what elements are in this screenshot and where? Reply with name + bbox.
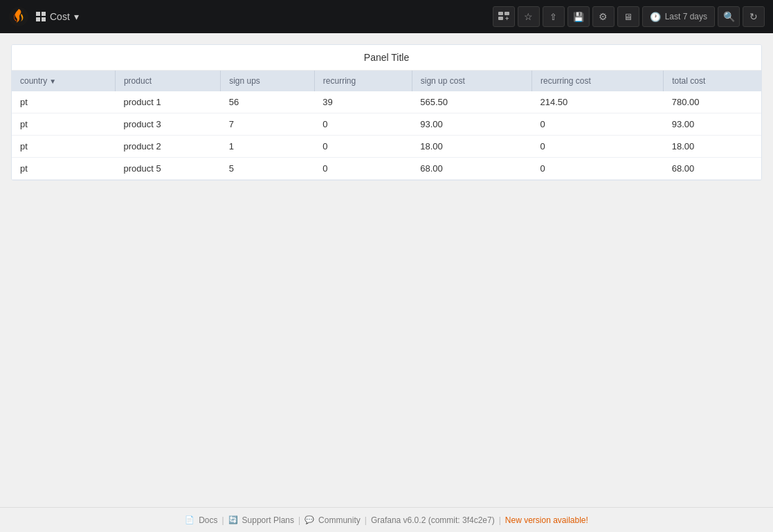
grafana-logo <box>8 6 29 27</box>
main-content: Panel Title country▼productsign upsrecur… <box>0 33 773 507</box>
community-icon: 💬 <box>304 515 314 524</box>
cell-recurring: 0 <box>314 158 412 180</box>
gear-icon: ⚙ <box>599 11 608 22</box>
cell-total_cost: 93.00 <box>664 113 761 136</box>
search-minus-icon: 🔍 <box>723 11 735 22</box>
cell-country: pt <box>12 91 115 113</box>
table-row: ptproduct 21018.00018.00 <box>12 136 761 158</box>
save-icon: 💾 <box>573 12 584 22</box>
star-icon: ☆ <box>524 11 533 22</box>
tv-mode-button[interactable]: 🖥 <box>617 6 639 27</box>
cell-sign_ups: 1 <box>221 136 315 158</box>
cell-sign_ups: 5 <box>221 158 315 180</box>
cell-recurring_cost: 0 <box>532 158 664 180</box>
zoom-out-button[interactable]: 🔍 <box>718 6 740 27</box>
version-text: Grafana v6.0.2 (commit: 3f4c2e7) <box>371 515 495 525</box>
cell-product: product 1 <box>115 91 220 113</box>
footer: 📄 Docs | 🔄 Support Plans | 💬 Community |… <box>0 507 773 532</box>
sep-4: | <box>499 515 501 525</box>
cell-total_cost: 780.00 <box>664 91 761 113</box>
cell-sign_ups: 56 <box>221 91 315 113</box>
docs-icon: 📄 <box>185 515 194 524</box>
table-header-total_cost: total cost <box>664 71 761 91</box>
share-button[interactable]: ⇧ <box>543 6 565 27</box>
svg-text:+: + <box>505 15 509 22</box>
table-row: ptproduct 15639565.50214.50780.00 <box>12 91 761 113</box>
table-header-sign_up_cost: sign up cost <box>412 71 531 91</box>
navbar: Cost ▾ + ☆ ⇧ 💾 ⚙ 🖥 🕐 Last <box>0 0 773 33</box>
sep-1: | <box>221 515 224 525</box>
add-panel-button[interactable]: + <box>493 6 515 27</box>
time-range-label: Last 7 days <box>665 12 707 21</box>
cell-sign_up_cost: 565.50 <box>412 91 531 113</box>
add-panel-icon: + <box>498 11 509 22</box>
cell-sign_ups: 7 <box>221 113 315 136</box>
sep-2: | <box>298 515 300 525</box>
save-button[interactable]: 💾 <box>567 6 590 27</box>
dashboard-title[interactable]: Cost ▾ <box>36 11 79 22</box>
cell-product: product 5 <box>115 158 220 180</box>
panel: Panel Title country▼productsign upsrecur… <box>11 44 762 181</box>
table-header-recurring_cost: recurring cost <box>532 71 664 91</box>
dropdown-arrow-icon: ▾ <box>74 11 79 22</box>
clock-icon: 🕐 <box>650 12 661 22</box>
svg-rect-1 <box>498 12 503 15</box>
table-header-product: product <box>115 71 220 91</box>
sep-3: | <box>365 515 367 525</box>
navbar-actions: + ☆ ⇧ 💾 ⚙ 🖥 🕐 Last 7 days 🔍 ↻ <box>493 6 765 27</box>
table-row: ptproduct 55068.00068.00 <box>12 158 761 180</box>
share-icon: ⇧ <box>549 12 557 22</box>
panel-title: Panel Title <box>12 45 761 71</box>
new-version-link[interactable]: New version available! <box>505 515 588 525</box>
table-header-sign_ups: sign ups <box>221 71 315 91</box>
cell-sign_up_cost: 93.00 <box>412 113 531 136</box>
cell-recurring: 39 <box>314 91 412 113</box>
cell-recurring_cost: 214.50 <box>532 91 664 113</box>
cell-sign_up_cost: 68.00 <box>412 158 531 180</box>
cell-product: product 3 <box>115 113 220 136</box>
cell-country: pt <box>12 136 115 158</box>
tv-icon: 🖥 <box>624 12 633 22</box>
time-range-picker[interactable]: 🕐 Last 7 days <box>642 6 715 27</box>
cell-country: pt <box>12 158 115 180</box>
star-button[interactable]: ☆ <box>518 6 540 27</box>
settings-button[interactable]: ⚙ <box>592 6 615 27</box>
dashboard-name: Cost <box>50 11 70 22</box>
sort-arrow-icon: ▼ <box>49 77 56 85</box>
svg-rect-3 <box>498 17 503 20</box>
support-link[interactable]: Support Plans <box>242 515 294 525</box>
cell-product: product 2 <box>115 136 220 158</box>
table-row: ptproduct 37093.00093.00 <box>12 113 761 136</box>
table-body: ptproduct 15639565.50214.50780.00ptprodu… <box>12 91 761 180</box>
cell-country: pt <box>12 113 115 136</box>
table-header: country▼productsign upsrecurringsign up … <box>12 71 761 91</box>
dashboard-grid-icon <box>36 12 46 21</box>
cell-recurring_cost: 0 <box>532 113 664 136</box>
data-table: country▼productsign upsrecurringsign up … <box>12 71 761 180</box>
cell-total_cost: 68.00 <box>664 158 761 180</box>
refresh-icon: ↻ <box>749 11 758 22</box>
cell-sign_up_cost: 18.00 <box>412 136 531 158</box>
docs-link[interactable]: Docs <box>199 515 217 525</box>
cell-recurring: 0 <box>314 136 412 158</box>
refresh-button[interactable]: ↻ <box>743 6 765 27</box>
cell-recurring: 0 <box>314 113 412 136</box>
community-link[interactable]: Community <box>318 515 361 525</box>
table-header-row: country▼productsign upsrecurringsign up … <box>12 71 761 91</box>
cell-total_cost: 18.00 <box>664 136 761 158</box>
table-header-recurring: recurring <box>314 71 412 91</box>
support-icon: 🔄 <box>228 515 238 524</box>
cell-recurring_cost: 0 <box>532 136 664 158</box>
table-header-country[interactable]: country▼ <box>12 71 115 91</box>
